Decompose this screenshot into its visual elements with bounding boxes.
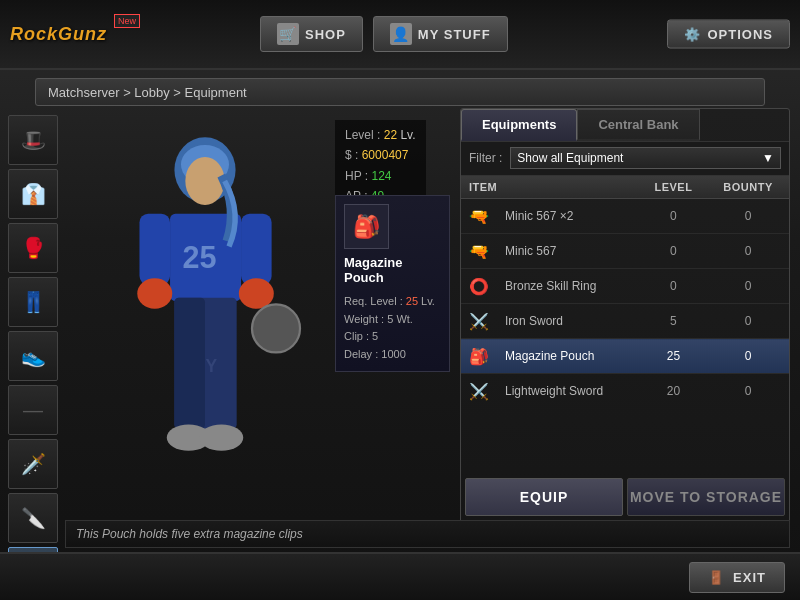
item-thumbnail: 🎒 (344, 204, 389, 249)
exit-button[interactable]: 🚪 Exit (689, 562, 785, 593)
col-bounty: BoUNTY (707, 176, 789, 199)
col-item: Item (461, 176, 640, 199)
item-bounty-cell: 0 (707, 199, 789, 234)
item-level-cell: 20 (640, 374, 707, 407)
gloves-slot[interactable]: 🥊 (8, 223, 58, 273)
options-button[interactable]: ⚙️ Options (667, 20, 790, 49)
item-bounty-cell: 0 (707, 269, 789, 304)
equipment-table: Item Level BoUNTY 🔫 Minic 567 ×2 0 0 (461, 176, 789, 406)
item-preview-name: Magazine Pouch (344, 255, 441, 285)
options-label: Options (707, 27, 773, 42)
options-icon: ⚙️ (684, 27, 701, 42)
bottom-bar: 🚪 Exit (0, 552, 800, 600)
svg-rect-6 (241, 214, 272, 285)
table-row[interactable]: ⚔️ Iron Sword 5 0 (461, 304, 789, 339)
svg-text:25: 25 (183, 240, 217, 274)
item-bounty-cell: 0 (707, 234, 789, 269)
item-name-cell: Minic 567 (497, 234, 640, 269)
legs-slot[interactable]: 👖 (8, 277, 58, 327)
my-stuff-button[interactable]: 👤 My Stuff (373, 16, 508, 52)
item-icon: ⭕ (465, 272, 493, 300)
table-row[interactable]: 🎒 Magazine Pouch 25 0 (461, 339, 789, 374)
filter-value: Show all Equipment (517, 151, 623, 165)
svg-point-15 (200, 425, 244, 451)
weapon1-slot[interactable]: 🗡️ (8, 439, 58, 489)
item-clip: Clip : 5 (344, 328, 441, 346)
weapon1-slot-icon: 🗡️ (15, 446, 51, 482)
shop-label: Shop (305, 27, 346, 42)
logo-text: RockGunz (10, 24, 107, 45)
equipment-table-container[interactable]: Item Level BoUNTY 🔫 Minic 567 ×2 0 0 (461, 176, 789, 406)
tab-divider (461, 141, 789, 142)
item-icon: ⚔️ (465, 307, 493, 335)
item-icon: 🎒 (465, 342, 493, 370)
table-row[interactable]: 🔫 Minic 567 0 0 (461, 234, 789, 269)
head-slot[interactable]: 🎩 (8, 115, 58, 165)
item-level-cell: 0 (640, 269, 707, 304)
item-level-cell: 5 (640, 304, 707, 339)
action-row: Equip Move to Storage (461, 478, 789, 516)
tab-equipments[interactable]: Equipments (461, 109, 577, 141)
equipment-panel: Equipments Central Bank Filter : Show al… (460, 108, 790, 525)
breadcrumb-text: Matchserver > Lobby > Equipment (48, 85, 247, 100)
my-stuff-icon: 👤 (390, 23, 412, 45)
top-bar: RockGunz New 🛒 Shop 👤 My Stuff ⚙️ Option… (0, 0, 800, 70)
shop-icon: 🛒 (277, 23, 299, 45)
item-icon: ⚔️ (465, 377, 493, 405)
item-level-cell: 0 (640, 234, 707, 269)
tab-central-bank[interactable]: Central Bank (577, 109, 699, 141)
equipment-slots: 🎩 👔 🥊 👖 👟 — 🗡️ 🔪 📦 ⚙️ (8, 115, 63, 600)
col-level: Level (640, 176, 707, 199)
svg-point-7 (137, 278, 172, 309)
item-icon: 🔫 (465, 202, 493, 230)
character-figure: 25 NY (65, 110, 345, 525)
character-area: 25 NY (65, 110, 345, 525)
item-name-cell: Iron Sword (497, 304, 640, 339)
item-bounty-cell: 0 (707, 339, 789, 374)
weapon2-slot[interactable]: 🔪 (8, 493, 58, 543)
logo: RockGunz New (10, 12, 140, 57)
filter-dropdown-icon: ▼ (762, 151, 774, 165)
item-name-cell: Minic 567 ×2 (497, 199, 640, 234)
exit-label: Exit (733, 570, 766, 585)
body-slot[interactable]: 👔 (8, 169, 58, 219)
equip-button[interactable]: Equip (465, 478, 623, 516)
item-icon: 🔫 (465, 237, 493, 265)
table-row[interactable]: 🔫 Minic 567 ×2 0 0 (461, 199, 789, 234)
item-description: This Pouch holds five extra magazine cli… (76, 527, 303, 541)
filter-row: Filter : Show all Equipment ▼ (461, 141, 789, 176)
filter-select[interactable]: Show all Equipment ▼ (510, 147, 781, 169)
item-name-cell: Lightweight Sword (497, 374, 640, 407)
table-row[interactable]: ⚔️ Lightweight Sword 20 0 (461, 374, 789, 407)
gloves-slot-icon: 🥊 (15, 230, 51, 266)
item-level-cell: 25 (640, 339, 707, 374)
exit-icon: 🚪 (708, 570, 725, 585)
item-level-cell: 0 (640, 199, 707, 234)
description-bar: This Pouch holds five extra magazine cli… (65, 520, 790, 548)
breadcrumb: Matchserver > Lobby > Equipment (35, 78, 765, 106)
feet-slot[interactable]: 👟 (8, 331, 58, 381)
filter-label: Filter : (469, 151, 502, 165)
tool-slot[interactable]: — (8, 385, 58, 435)
svg-point-2 (185, 157, 224, 205)
item-name-cell: Magazine Pouch (497, 339, 640, 374)
item-bounty-cell: 0 (707, 304, 789, 339)
my-stuff-label: My Stuff (418, 27, 491, 42)
move-to-storage-button[interactable]: Move to Storage (627, 478, 785, 516)
panel-tabs: Equipments Central Bank (461, 109, 789, 141)
feet-slot-icon: 👟 (15, 338, 51, 374)
logo-new-badge: New (114, 14, 140, 28)
legs-slot-icon: 👖 (15, 284, 51, 320)
table-row[interactable]: ⭕ Bronze Skill Ring 0 0 (461, 269, 789, 304)
item-req-level: Req. Level : 25 Lv. (344, 293, 441, 311)
item-name-cell: Bronze Skill Ring (497, 269, 640, 304)
item-weight: Weight : 5 Wt. (344, 311, 441, 329)
svg-point-8 (239, 278, 274, 309)
item-delay: Delay : 1000 (344, 346, 441, 364)
svg-rect-5 (139, 214, 170, 285)
body-slot-icon: 👔 (15, 176, 51, 212)
head-slot-icon: 🎩 (15, 122, 51, 158)
shop-button[interactable]: 🛒 Shop (260, 16, 363, 52)
top-navigation: 🛒 Shop 👤 My Stuff (260, 16, 508, 52)
item-bounty-cell: 0 (707, 374, 789, 407)
